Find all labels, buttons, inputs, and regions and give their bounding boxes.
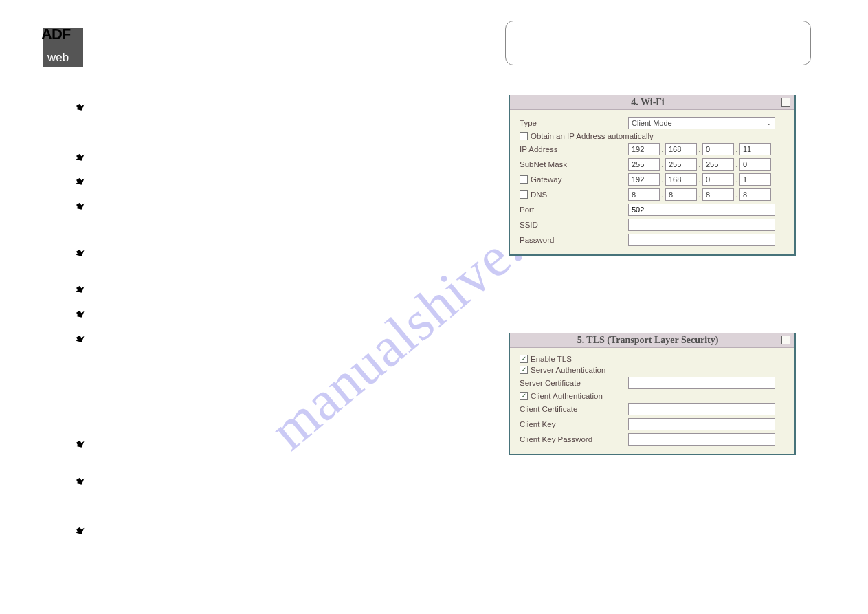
bullet-icon	[76, 177, 87, 186]
tls-client-key-label: Client Key	[520, 420, 628, 428]
tls-client-key-pw-label: Client Key Password	[520, 435, 628, 443]
dot-icon: .	[697, 160, 702, 168]
wifi-gateway-label: Gateway	[531, 175, 561, 184]
bullet-icon	[76, 477, 87, 486]
wifi-ip-oct3[interactable]	[702, 143, 734, 155]
tls-server-auth-label: Server Authentication	[531, 366, 605, 374]
wifi-type-value: Client Mode	[632, 119, 672, 127]
svg-marker-9	[76, 477, 87, 485]
dot-icon: .	[660, 175, 665, 184]
wifi-dns-label: DNS	[531, 190, 547, 199]
dot-icon: .	[734, 145, 739, 153]
wifi-subnet-oct4[interactable]	[739, 158, 771, 171]
wifi-ip-label: IP Address	[520, 145, 628, 153]
chevron-down-icon: ⌄	[766, 120, 772, 127]
header-placeholder-box	[505, 21, 811, 65]
dot-icon: .	[660, 145, 665, 153]
wifi-subnet-oct1[interactable]	[628, 158, 660, 171]
wifi-gateway-checkbox[interactable]	[520, 175, 528, 184]
wifi-collapse-button[interactable]: −	[781, 98, 790, 107]
svg-marker-10	[76, 527, 87, 535]
wifi-gateway-oct2[interactable]	[665, 173, 697, 186]
svg-marker-2	[76, 177, 87, 186]
svg-marker-1	[76, 153, 87, 162]
svg-marker-7	[76, 335, 87, 343]
tls-server-cert-label: Server Certificate	[520, 379, 628, 387]
wifi-dns-checkbox[interactable]	[520, 190, 528, 199]
tls-panel-title: 5. TLS (Transport Layer Security)	[514, 335, 781, 346]
wifi-ssid-label: SSID	[520, 221, 628, 229]
dot-icon: .	[660, 190, 665, 199]
wifi-dns-oct3[interactable]	[702, 188, 734, 201]
tls-client-key-pw-input[interactable]	[628, 433, 775, 446]
svg-marker-0	[76, 103, 87, 111]
bullet-icon	[76, 249, 87, 258]
logo-line2: web	[47, 51, 69, 65]
tls-collapse-button[interactable]: −	[781, 336, 790, 344]
tls-enable-label: Enable TLS	[531, 355, 572, 363]
tls-server-auth-checkbox[interactable]	[520, 366, 528, 374]
bullet-icon	[76, 103, 87, 112]
wifi-panel-title: 4. Wi-Fi	[514, 97, 781, 108]
adfweb-logo: ADF web	[43, 28, 83, 67]
dot-icon: .	[697, 190, 702, 199]
tls-client-auth-label: Client Authentication	[531, 392, 603, 400]
dot-icon: .	[734, 190, 739, 199]
svg-marker-5	[76, 285, 87, 294]
dot-icon: .	[734, 175, 739, 184]
dot-icon: .	[660, 160, 665, 168]
tls-client-auth-checkbox[interactable]	[520, 392, 528, 400]
wifi-subnet-oct2[interactable]	[665, 158, 697, 171]
dot-icon: .	[697, 175, 702, 184]
tls-panel-header: 5. TLS (Transport Layer Security) −	[510, 333, 794, 348]
dot-icon: .	[734, 160, 739, 168]
wifi-ip-oct2[interactable]	[665, 143, 697, 155]
tls-client-key-input[interactable]	[628, 418, 775, 430]
page-footer-rule	[58, 580, 805, 580]
wifi-gateway-oct3[interactable]	[702, 173, 734, 186]
wifi-dns-oct1[interactable]	[628, 188, 660, 201]
logo-line1: ADF	[41, 25, 70, 43]
tls-client-cert-input[interactable]	[628, 403, 775, 415]
bullet-icon	[76, 335, 87, 344]
svg-marker-8	[76, 440, 87, 448]
wifi-gateway-oct1[interactable]	[628, 173, 660, 186]
wifi-ip-oct4[interactable]	[739, 143, 771, 155]
bullet-icon	[76, 527, 87, 536]
wifi-ssid-input[interactable]	[628, 219, 775, 231]
bullet-icon	[76, 440, 87, 449]
section-divider	[58, 318, 241, 318]
wifi-panel: 4. Wi-Fi − Type Client Mode ⌄ Obtain an …	[509, 95, 796, 256]
wifi-subnet-oct3[interactable]	[702, 158, 734, 171]
wifi-obtain-ip-label: Obtain an IP Address automatically	[531, 132, 654, 140]
svg-marker-4	[76, 249, 87, 257]
svg-marker-3	[76, 202, 87, 210]
tls-server-cert-input[interactable]	[628, 377, 775, 389]
tls-enable-checkbox[interactable]	[520, 355, 528, 363]
bullet-icon	[76, 153, 87, 162]
wifi-dns-oct4[interactable]	[739, 188, 771, 201]
wifi-subnet-label: SubNet Mask	[520, 160, 628, 168]
wifi-type-label: Type	[520, 119, 628, 127]
wifi-password-label: Password	[520, 236, 628, 244]
bullet-icon	[76, 202, 87, 211]
wifi-dns-oct2[interactable]	[665, 188, 697, 201]
bullet-icon	[76, 285, 87, 294]
wifi-obtain-ip-checkbox[interactable]	[520, 132, 528, 140]
wifi-gateway-oct4[interactable]	[739, 173, 771, 186]
dot-icon: .	[697, 145, 702, 153]
wifi-port-label: Port	[520, 206, 628, 214]
tls-client-cert-label: Client Certificate	[520, 405, 628, 413]
tls-panel: 5. TLS (Transport Layer Security) − Enab…	[509, 333, 796, 455]
wifi-panel-header: 4. Wi-Fi −	[510, 95, 794, 110]
wifi-ip-oct1[interactable]	[628, 143, 660, 155]
wifi-port-input[interactable]	[628, 204, 775, 216]
wifi-type-dropdown[interactable]: Client Mode ⌄	[628, 117, 775, 129]
wifi-password-input[interactable]	[628, 234, 775, 246]
